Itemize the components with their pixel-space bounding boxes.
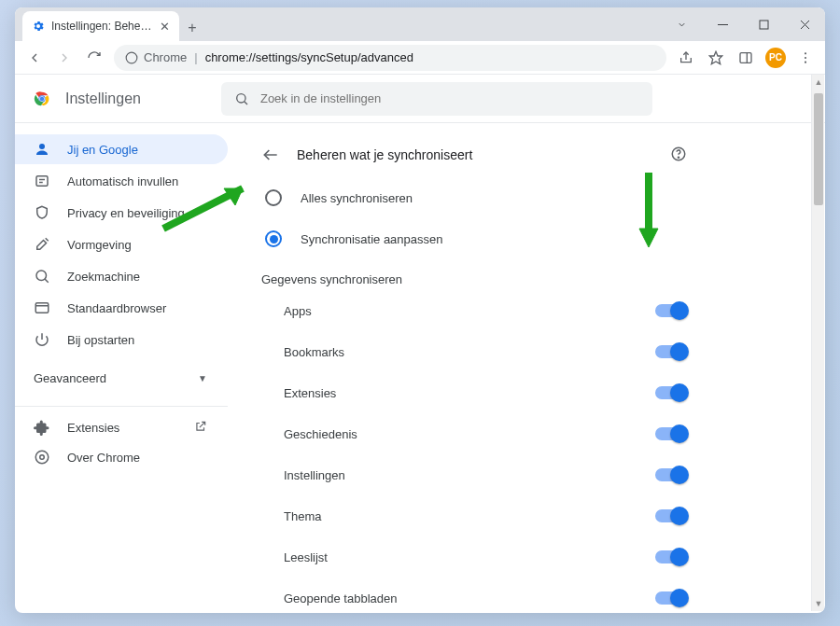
settings-search-input[interactable] [260, 91, 639, 105]
tab-title: Instellingen: Beheren wat je syn… [51, 20, 153, 33]
toggle-label: Bookmarks [284, 345, 655, 359]
settings-header: Instellingen [15, 75, 825, 123]
radio-customize-sync[interactable]: Synchronisatie aanpassen [261, 218, 687, 259]
page-title: Beheren wat je synchroniseert [297, 147, 653, 162]
main-content: Beheren wat je synchroniseert Alles sync… [235, 123, 825, 613]
help-icon[interactable] [670, 146, 687, 165]
sidebar-item-search-engine[interactable]: Zoekmachine [15, 261, 228, 291]
toggle-history: Geschiedenis [261, 413, 687, 454]
sidebar-item-label: Extensies [67, 421, 119, 435]
sidebar-advanced-toggle[interactable]: Geavanceerd ▼ [15, 356, 228, 400]
toggle-label: Thema [284, 509, 655, 523]
toggle-switch[interactable] [655, 550, 687, 563]
svg-marker-5 [709, 51, 721, 63]
address-bar[interactable]: Chrome | chrome://settings/syncSetup/adv… [114, 45, 666, 71]
autofill-icon [34, 173, 50, 189]
browser-tab[interactable]: Instellingen: Beheren wat je syn… ✕ [22, 11, 179, 41]
titlebar: Instellingen: Beheren wat je syn… ✕ + [15, 7, 825, 41]
toggle-bookmarks: Bookmarks [261, 331, 687, 372]
scrollbar[interactable]: ▲ ▼ [811, 75, 824, 611]
svg-rect-1 [760, 21, 768, 29]
toggle-switch[interactable] [655, 304, 687, 317]
scroll-up-icon[interactable]: ▲ [812, 75, 825, 90]
svg-point-8 [805, 52, 806, 54]
maximize-button[interactable] [743, 7, 784, 41]
chrome-icon [34, 449, 50, 466]
omnibox-host: Chrome [144, 50, 187, 64]
sidebar-item-label: Vormgeving [67, 238, 132, 252]
scroll-down-icon[interactable]: ▼ [812, 596, 825, 611]
bookmark-icon[interactable] [702, 44, 730, 72]
close-button[interactable] [784, 7, 825, 41]
tab-close-icon[interactable]: ✕ [160, 20, 170, 34]
sidebar-item-extensions[interactable]: Extensies [15, 412, 228, 442]
chevron-down-icon[interactable] [661, 7, 702, 41]
radio-icon [265, 230, 282, 247]
svg-rect-0 [718, 24, 728, 25]
toggle-switch[interactable] [655, 591, 687, 605]
sidebar-item-label: Zoekmachine [67, 270, 140, 284]
paint-icon [34, 236, 50, 253]
svg-point-16 [39, 144, 45, 149]
toggle-switch[interactable] [655, 427, 687, 440]
share-icon[interactable] [672, 44, 700, 72]
sidebar-item-privacy[interactable]: Privacy en beveiliging [15, 198, 228, 228]
toggle-label: Extensies [284, 386, 655, 400]
svg-point-28 [678, 157, 679, 158]
sidebar-item-label: Automatisch invullen [67, 174, 178, 188]
sidebar-item-label: Jij en Google [67, 143, 138, 157]
sidebar-item-about[interactable]: Over Chrome [15, 442, 228, 472]
sidebar-item-on-startup[interactable]: Bij opstarten [15, 325, 228, 355]
toggle-extensions: Extensies [261, 372, 687, 413]
radio-label: Synchronisatie aanpassen [301, 232, 443, 246]
page-back-button[interactable] [261, 146, 280, 164]
svg-point-10 [805, 61, 806, 63]
gear-icon [32, 20, 45, 33]
svg-point-9 [805, 56, 806, 58]
radio-sync-everything[interactable]: Alles synchroniseren [261, 177, 687, 218]
browser-icon [34, 299, 50, 316]
toggle-switch[interactable] [655, 509, 687, 522]
app-title: Instellingen [65, 90, 141, 107]
settings-search[interactable] [221, 82, 652, 116]
scrollbar-thumb[interactable] [814, 93, 823, 205]
new-tab-button[interactable]: + [179, 15, 205, 41]
toggle-switch[interactable] [655, 468, 687, 481]
forward-button[interactable] [50, 44, 78, 72]
sidebar-item-you-and-google[interactable]: Jij en Google [15, 134, 228, 164]
sidebar-item-default-browser[interactable]: Standaardbrowser [15, 293, 228, 323]
toggle-reading-list: Leeslijst [261, 536, 687, 577]
show-sidepanel-icon[interactable] [732, 44, 760, 72]
toggle-label: Apps [284, 304, 655, 318]
toggle-switch[interactable] [655, 386, 687, 399]
kebab-menu-icon[interactable] [791, 44, 819, 72]
toggle-theme: Thema [261, 495, 687, 536]
profile-avatar[interactable]: PC [762, 44, 790, 72]
chrome-logo-icon [32, 89, 52, 109]
external-link-icon [194, 420, 207, 436]
radio-label: Alles synchroniseren [301, 191, 413, 205]
chevron-down-icon: ▼ [198, 373, 207, 383]
sidebar-item-autofill[interactable]: Automatisch invullen [15, 166, 228, 196]
svg-point-25 [40, 455, 45, 460]
radio-icon [265, 189, 282, 206]
reload-button[interactable] [80, 44, 108, 72]
toggle-switch[interactable] [655, 345, 687, 358]
svg-point-4 [126, 52, 137, 63]
search-icon [34, 268, 50, 285]
sidebar-advanced-label: Geavanceerd [34, 371, 106, 385]
toggle-settings: Instellingen [261, 454, 687, 495]
toggle-label: Geschiedenis [284, 427, 655, 441]
toggle-open-tabs: Geopende tabbladen [261, 577, 687, 613]
site-info-icon[interactable]: Chrome [125, 50, 187, 64]
shield-icon [34, 204, 50, 221]
minimize-button[interactable] [702, 7, 743, 41]
person-icon [34, 141, 50, 158]
toggle-apps: Apps [261, 290, 687, 331]
power-icon [34, 331, 50, 348]
svg-line-21 [45, 279, 49, 283]
back-button[interactable] [21, 44, 49, 72]
sidebar-item-appearance[interactable]: Vormgeving [15, 230, 228, 259]
svg-rect-22 [35, 303, 49, 313]
sync-data-section-title: Gegevens synchroniseren [261, 272, 687, 286]
